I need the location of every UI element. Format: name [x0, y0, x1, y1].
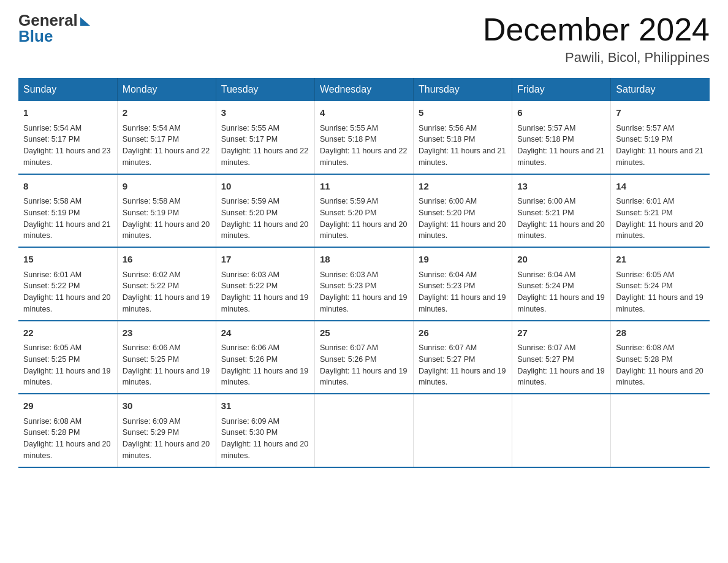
day-info: Sunrise: 6:04 AMSunset: 5:23 PMDaylight:…	[419, 269, 507, 315]
calendar-cell: 26Sunrise: 6:07 AMSunset: 5:27 PMDayligh…	[414, 321, 512, 394]
header-day-wednesday: Wednesday	[314, 78, 413, 101]
day-info: Sunrise: 6:08 AMSunset: 5:28 PMDaylight:…	[23, 416, 112, 462]
day-number: 11	[320, 180, 408, 194]
day-number: 28	[616, 326, 705, 340]
day-number: 22	[23, 326, 112, 340]
day-number: 30	[123, 399, 211, 413]
calendar-cell: 18Sunrise: 6:03 AMSunset: 5:23 PMDayligh…	[314, 247, 413, 321]
day-info: Sunrise: 6:09 AMSunset: 5:29 PMDaylight:…	[123, 416, 211, 462]
calendar-cell	[512, 394, 611, 467]
day-info: Sunrise: 6:00 AMSunset: 5:20 PMDaylight:…	[419, 196, 507, 242]
page-header: General Blue December 2024 Pawili, Bicol…	[18, 12, 710, 66]
calendar-cell: 13Sunrise: 6:00 AMSunset: 5:21 PMDayligh…	[512, 174, 611, 248]
day-number: 25	[320, 326, 408, 340]
day-number: 17	[221, 253, 309, 267]
day-number: 8	[23, 180, 112, 194]
calendar-cell: 31Sunrise: 6:09 AMSunset: 5:30 PMDayligh…	[216, 394, 314, 467]
day-info: Sunrise: 5:57 AMSunset: 5:19 PMDaylight:…	[616, 123, 705, 169]
day-info: Sunrise: 6:08 AMSunset: 5:28 PMDaylight:…	[616, 342, 705, 388]
calendar-cell: 7Sunrise: 5:57 AMSunset: 5:19 PMDaylight…	[611, 101, 710, 174]
day-info: Sunrise: 6:07 AMSunset: 5:27 PMDaylight:…	[419, 342, 507, 388]
header-day-saturday: Saturday	[611, 78, 710, 101]
day-info: Sunrise: 6:00 AMSunset: 5:21 PMDaylight:…	[517, 196, 605, 242]
calendar-week-row: 29Sunrise: 6:08 AMSunset: 5:28 PMDayligh…	[18, 394, 710, 467]
day-number: 1	[23, 106, 112, 120]
calendar-cell: 25Sunrise: 6:07 AMSunset: 5:26 PMDayligh…	[314, 321, 413, 394]
calendar-cell: 8Sunrise: 5:58 AMSunset: 5:19 PMDaylight…	[18, 174, 117, 248]
day-number: 10	[221, 180, 309, 194]
day-info: Sunrise: 6:03 AMSunset: 5:23 PMDaylight:…	[320, 269, 408, 315]
calendar-cell: 1Sunrise: 5:54 AMSunset: 5:17 PMDaylight…	[18, 101, 117, 174]
day-number: 3	[221, 106, 309, 120]
header-day-monday: Monday	[117, 78, 216, 101]
calendar-cell	[414, 394, 512, 467]
calendar-cell: 28Sunrise: 6:08 AMSunset: 5:28 PMDayligh…	[611, 321, 710, 394]
calendar-week-row: 1Sunrise: 5:54 AMSunset: 5:17 PMDaylight…	[18, 101, 710, 174]
day-number: 12	[419, 180, 507, 194]
header-day-friday: Friday	[512, 78, 611, 101]
calendar-week-row: 8Sunrise: 5:58 AMSunset: 5:19 PMDaylight…	[18, 174, 710, 248]
day-number: 24	[221, 326, 309, 340]
day-number: 9	[123, 180, 211, 194]
day-number: 15	[23, 253, 112, 267]
day-info: Sunrise: 5:58 AMSunset: 5:19 PMDaylight:…	[123, 196, 211, 242]
calendar-cell: 16Sunrise: 6:02 AMSunset: 5:22 PMDayligh…	[117, 247, 216, 321]
calendar-cell: 10Sunrise: 5:59 AMSunset: 5:20 PMDayligh…	[216, 174, 314, 248]
calendar-cell: 4Sunrise: 5:55 AMSunset: 5:18 PMDaylight…	[314, 101, 413, 174]
day-number: 27	[517, 326, 605, 340]
day-info: Sunrise: 6:05 AMSunset: 5:25 PMDaylight:…	[23, 342, 112, 388]
calendar-cell: 11Sunrise: 5:59 AMSunset: 5:20 PMDayligh…	[314, 174, 413, 248]
day-number: 29	[23, 399, 112, 413]
day-number: 6	[517, 106, 605, 120]
day-info: Sunrise: 6:07 AMSunset: 5:26 PMDaylight:…	[320, 342, 408, 388]
calendar-cell: 15Sunrise: 6:01 AMSunset: 5:22 PMDayligh…	[18, 247, 117, 321]
day-info: Sunrise: 5:55 AMSunset: 5:17 PMDaylight:…	[221, 123, 309, 169]
day-number: 23	[123, 326, 211, 340]
calendar-cell: 2Sunrise: 5:54 AMSunset: 5:17 PMDaylight…	[117, 101, 216, 174]
day-number: 13	[517, 180, 605, 194]
calendar-cell: 12Sunrise: 6:00 AMSunset: 5:20 PMDayligh…	[414, 174, 512, 248]
day-info: Sunrise: 6:07 AMSunset: 5:27 PMDaylight:…	[517, 342, 605, 388]
day-info: Sunrise: 6:04 AMSunset: 5:24 PMDaylight:…	[517, 269, 605, 315]
day-info: Sunrise: 6:01 AMSunset: 5:22 PMDaylight:…	[23, 269, 112, 315]
calendar-week-row: 22Sunrise: 6:05 AMSunset: 5:25 PMDayligh…	[18, 321, 710, 394]
calendar-cell: 6Sunrise: 5:57 AMSunset: 5:18 PMDaylight…	[512, 101, 611, 174]
day-info: Sunrise: 5:57 AMSunset: 5:18 PMDaylight:…	[517, 123, 605, 169]
calendar-cell: 14Sunrise: 6:01 AMSunset: 5:21 PMDayligh…	[611, 174, 710, 248]
calendar-cell: 24Sunrise: 6:06 AMSunset: 5:26 PMDayligh…	[216, 321, 314, 394]
calendar-cell: 9Sunrise: 5:58 AMSunset: 5:19 PMDaylight…	[117, 174, 216, 248]
logo-arrow-icon	[80, 17, 90, 26]
header-day-tuesday: Tuesday	[216, 78, 314, 101]
month-title: December 2024	[483, 12, 710, 47]
day-number: 7	[616, 106, 705, 120]
calendar-body: 1Sunrise: 5:54 AMSunset: 5:17 PMDaylight…	[18, 101, 710, 467]
day-number: 16	[123, 253, 211, 267]
day-info: Sunrise: 6:06 AMSunset: 5:26 PMDaylight:…	[221, 342, 309, 388]
day-info: Sunrise: 5:55 AMSunset: 5:18 PMDaylight:…	[320, 123, 408, 169]
calendar-header-row: SundayMondayTuesdayWednesdayThursdayFrid…	[18, 78, 710, 101]
day-number: 19	[419, 253, 507, 267]
day-info: Sunrise: 5:54 AMSunset: 5:17 PMDaylight:…	[123, 123, 211, 169]
location-subtitle: Pawili, Bicol, Philippines	[483, 50, 710, 66]
calendar-cell: 29Sunrise: 6:08 AMSunset: 5:28 PMDayligh…	[18, 394, 117, 467]
header-day-sunday: Sunday	[18, 78, 117, 101]
calendar-cell: 3Sunrise: 5:55 AMSunset: 5:17 PMDaylight…	[216, 101, 314, 174]
calendar-cell: 30Sunrise: 6:09 AMSunset: 5:29 PMDayligh…	[117, 394, 216, 467]
logo-blue-text: Blue	[18, 27, 53, 46]
day-number: 5	[419, 106, 507, 120]
day-number: 26	[419, 326, 507, 340]
logo: General Blue	[18, 12, 90, 46]
calendar-table: SundayMondayTuesdayWednesdayThursdayFrid…	[18, 78, 710, 468]
day-info: Sunrise: 5:59 AMSunset: 5:20 PMDaylight:…	[221, 196, 309, 242]
logo-general-text: General	[18, 12, 78, 28]
day-info: Sunrise: 6:05 AMSunset: 5:24 PMDaylight:…	[616, 269, 705, 315]
calendar-cell: 23Sunrise: 6:06 AMSunset: 5:25 PMDayligh…	[117, 321, 216, 394]
day-number: 2	[123, 106, 211, 120]
calendar-cell: 27Sunrise: 6:07 AMSunset: 5:27 PMDayligh…	[512, 321, 611, 394]
day-info: Sunrise: 6:06 AMSunset: 5:25 PMDaylight:…	[123, 342, 211, 388]
header-day-thursday: Thursday	[414, 78, 512, 101]
day-number: 21	[616, 253, 705, 267]
day-number: 18	[320, 253, 408, 267]
calendar-cell: 22Sunrise: 6:05 AMSunset: 5:25 PMDayligh…	[18, 321, 117, 394]
day-info: Sunrise: 5:54 AMSunset: 5:17 PMDaylight:…	[23, 123, 112, 169]
